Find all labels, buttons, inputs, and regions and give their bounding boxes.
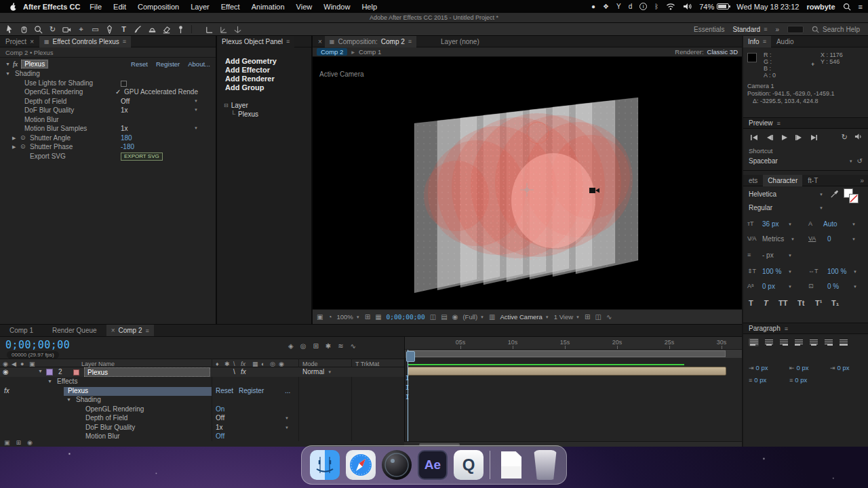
dropdown-arrow-icon[interactable]: ▼	[788, 270, 792, 274]
reset-link[interactable]: Reset	[131, 60, 148, 68]
property-row-shading[interactable]: ▼Shading	[0, 70, 216, 79]
eye-column-icon[interactable]: ◉	[3, 361, 8, 367]
tab-render-queue[interactable]: Render Queue	[43, 327, 106, 334]
notification-center-icon[interactable]: ≡	[859, 3, 863, 11]
selection-tool[interactable]	[3, 24, 17, 35]
property-row-depth-of-field[interactable]: Depth of Field Off ▼	[0, 98, 216, 107]
dropdown-arrow-icon[interactable]: ▼	[852, 237, 856, 241]
layer-quality-icon[interactable]: \	[233, 368, 235, 375]
comp-mini-flowchart-icon[interactable]: ◈	[288, 342, 294, 350]
effect-name[interactable]: Plexus	[21, 60, 48, 68]
fx-badge-icon[interactable]: fx	[4, 387, 9, 394]
tracking-value[interactable]: 0	[827, 235, 831, 243]
panel-menu-icon[interactable]: ≡	[777, 120, 781, 127]
justify-all-button[interactable]	[838, 338, 848, 346]
volume-icon[interactable]	[683, 3, 692, 10]
hide-shy-layers-icon[interactable]: ⊞	[313, 342, 318, 350]
dropdown-arrow-icon[interactable]: ▼	[788, 285, 792, 289]
font-style-dropdown[interactable]: Regular▼	[749, 204, 823, 211]
view-axis-mode-icon[interactable]	[231, 24, 245, 35]
dropdown-arrow-icon[interactable]: ▼	[849, 159, 853, 163]
tree-node-layer[interactable]: ⊟ Layer	[224, 102, 304, 109]
grid-icon[interactable]: ▦	[375, 313, 381, 321]
about-link[interactable]: About...	[188, 60, 210, 68]
tab-effects-presets-partial[interactable]: ets	[743, 177, 763, 184]
tab-project[interactable]: Project×	[0, 38, 39, 45]
twirl-icon[interactable]: ▼	[5, 62, 10, 66]
snapshot-icon[interactable]: ◫	[430, 313, 436, 321]
expand-transfer-controls-icon[interactable]: ⊞	[16, 439, 22, 446]
panel-menu-icon[interactable]: ≡	[785, 325, 788, 332]
wifi-icon[interactable]	[666, 3, 675, 10]
mask-shape-tool[interactable]: ▭	[88, 24, 102, 35]
draft-3d-icon[interactable]: ◎	[300, 342, 307, 350]
panel-menu-icon[interactable]: ≡	[408, 38, 412, 45]
tab-overflow-icon[interactable]: »	[860, 177, 868, 184]
indent-right-field[interactable]: ⇤0 px	[789, 364, 809, 371]
justify-last-right-button[interactable]	[823, 338, 833, 346]
info-status-icon[interactable]: i	[639, 3, 647, 10]
stopwatch-icon[interactable]: ⊙	[20, 134, 26, 141]
checkbox[interactable]	[121, 81, 127, 87]
lock-column-icon[interactable]: ▣	[29, 361, 35, 367]
next-frame-button[interactable]	[793, 134, 804, 142]
dropdown-arrow-icon[interactable]: ▼	[285, 426, 289, 430]
app-status-icon[interactable]: ❖	[603, 3, 609, 10]
all-caps-button[interactable]: TT	[778, 299, 787, 307]
property-row-opengl[interactable]: OpenGL Rendering ✓ GPU Accelerated Rende	[0, 88, 216, 98]
reset-preview-icon[interactable]: ↺	[857, 157, 863, 165]
adjustment-switch-icon[interactable]: ◎	[270, 361, 275, 367]
more-link[interactable]: ...	[285, 387, 290, 394]
add-effector-button[interactable]: Add Effector	[224, 66, 304, 75]
trkmat-column[interactable]: T TrkMat	[355, 361, 379, 367]
panel-menu-icon[interactable]: ≡	[145, 327, 149, 334]
frame-blending-icon[interactable]: ✱	[326, 342, 331, 350]
stroke-color-swatch[interactable]	[849, 194, 859, 203]
layer-eye-icon[interactable]: ◉	[3, 368, 9, 375]
justify-last-center-button[interactable]	[808, 338, 818, 346]
tab-layer[interactable]: Layer (none)	[435, 38, 485, 45]
close-icon[interactable]: ×	[318, 38, 322, 45]
apple-menu-icon[interactable]	[9, 2, 18, 12]
superscript-button[interactable]: T¹	[815, 299, 822, 307]
layer-name[interactable]: Plexus	[84, 367, 210, 377]
brush-tool[interactable]	[131, 24, 145, 35]
work-area-bar[interactable]	[408, 350, 726, 357]
menu-edit[interactable]: Edit	[113, 3, 126, 11]
space-before-field[interactable]: ≡0 px	[749, 376, 766, 384]
sync-settings-icon[interactable]	[787, 26, 804, 33]
menu-animation[interactable]: Animation	[252, 3, 285, 11]
tl-property-motion-blur[interactable]: Motion Blur Off	[0, 432, 404, 442]
tl-property-opengl[interactable]: OpenGL Rendering On	[0, 405, 404, 415]
blend-mode-dropdown[interactable]: Normal▼	[302, 368, 332, 375]
expand-inout-icon[interactable]: ◉	[27, 439, 33, 446]
menu-view[interactable]: View	[296, 3, 313, 11]
menu-help[interactable]: Help	[361, 3, 377, 11]
property-row-shutter-angle[interactable]: ▶ ⊙ Shutter Angle 180	[0, 134, 216, 144]
graph-editor-icon[interactable]: ∿	[351, 342, 356, 350]
timeline-flow-icon[interactable]: ∿	[606, 313, 612, 321]
menu-effect[interactable]: Effect	[221, 3, 240, 11]
shy-switch-icon[interactable]: ♦	[216, 361, 219, 367]
shortcut-dropdown[interactable]: Spacebar	[749, 157, 778, 165]
vertical-scale-value[interactable]: 100 %	[762, 268, 781, 275]
tl-property-dof-quality[interactable]: DoF Blur Quality 1x ▼	[0, 424, 404, 433]
fast-previews-icon[interactable]: ◫	[595, 313, 601, 321]
add-renderer-button[interactable]: Add Renderer	[224, 75, 304, 83]
viewport-canvas[interactable]: Active Camera	[313, 57, 742, 309]
quality-switch-icon[interactable]: \	[233, 361, 235, 367]
y-status-icon[interactable]: Y	[616, 3, 621, 10]
subscript-button[interactable]: T₁	[831, 299, 839, 307]
last-frame-button[interactable]	[808, 134, 819, 142]
tab-plexus-object-panel[interactable]: Plexus Object Panel ≡	[217, 36, 294, 47]
layer-label-chip[interactable]	[46, 369, 53, 375]
workspace-standard[interactable]: Standard≡	[733, 26, 768, 33]
align-center-button[interactable]	[764, 338, 774, 346]
region-of-interest-icon[interactable]: ▥	[489, 313, 495, 321]
active-camera-dropdown[interactable]: Active Camera▼	[500, 313, 549, 321]
tab-info[interactable]: Info≡	[743, 36, 771, 47]
font-size-value[interactable]: 36 px	[762, 220, 778, 228]
indent-left-field[interactable]: ⇥0 px	[749, 364, 768, 371]
timeline-current-time[interactable]: 0;00;00;00	[5, 339, 70, 351]
faux-bold-button[interactable]: T	[749, 299, 753, 307]
